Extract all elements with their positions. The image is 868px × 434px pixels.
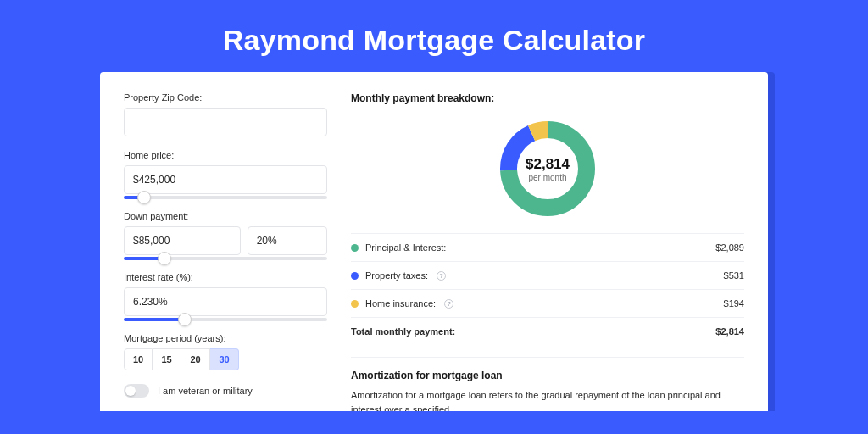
period-option-10[interactable]: 10: [124, 348, 153, 370]
mortgage-period-group: 10152030: [124, 348, 327, 370]
veteran-toggle[interactable]: [124, 384, 149, 398]
legend-row: Principal & Interest:$2,089: [351, 234, 744, 262]
legend-dot: [351, 244, 359, 252]
period-option-15[interactable]: 15: [153, 348, 181, 370]
interest-rate-input[interactable]: [124, 287, 327, 316]
legend-label: Home insurance:: [365, 298, 436, 309]
breakdown-panel: Monthly payment breakdown: $2,814 per mo…: [351, 92, 744, 411]
legend-total-value: $2,814: [715, 326, 744, 337]
down-payment-percent-input[interactable]: [248, 226, 327, 255]
down-payment-slider[interactable]: [124, 257, 327, 260]
page-title: Raymond Mortgage Calculator: [0, 0, 868, 72]
legend-value: $531: [724, 270, 744, 281]
info-icon[interactable]: ?: [444, 299, 453, 309]
donut-center-amount: $2,814: [526, 156, 570, 173]
legend-total-row: Total monthly payment:$2,814: [351, 318, 744, 345]
legend-label: Property taxes:: [365, 270, 428, 281]
interest-rate-label: Interest rate (%):: [124, 272, 327, 282]
mortgage-period-label: Mortgage period (years):: [124, 333, 327, 343]
home-price-input[interactable]: [124, 165, 327, 194]
home-price-label: Home price:: [124, 150, 327, 160]
legend-dot: [351, 272, 359, 280]
legend-row: Home insurance:?$194: [351, 290, 744, 318]
legend-row: Property taxes:?$531: [351, 262, 744, 290]
period-option-20[interactable]: 20: [181, 348, 210, 370]
interest-rate-slider[interactable]: [124, 318, 327, 321]
calculator-card: Property Zip Code: Home price: Down paym…: [100, 72, 768, 411]
down-payment-label: Down payment:: [124, 211, 327, 221]
form-panel: Property Zip Code: Home price: Down paym…: [124, 92, 327, 411]
info-icon[interactable]: ?: [437, 271, 446, 281]
legend-value: $2,089: [715, 242, 744, 253]
veteran-label: I am veteran or military: [158, 386, 253, 396]
donut-chart: $2,814 per month: [351, 111, 744, 233]
legend-value: $194: [724, 298, 744, 309]
period-option-30[interactable]: 30: [210, 348, 239, 370]
breakdown-title: Monthly payment breakdown:: [351, 92, 744, 104]
zip-label: Property Zip Code:: [124, 92, 327, 103]
donut-center-sublabel: per month: [528, 173, 566, 182]
zip-input[interactable]: [124, 108, 327, 136]
legend-total-label: Total monthly payment:: [351, 326, 455, 337]
down-payment-amount-input[interactable]: [124, 226, 241, 255]
legend-dot: [351, 300, 359, 308]
home-price-slider[interactable]: [124, 196, 327, 199]
amortization-title: Amortization for mortgage loan: [351, 357, 744, 381]
legend: Principal & Interest:$2,089Property taxe…: [351, 233, 744, 345]
amortization-text: Amortization for a mortgage loan refers …: [351, 388, 744, 411]
legend-label: Principal & Interest:: [365, 242, 446, 253]
